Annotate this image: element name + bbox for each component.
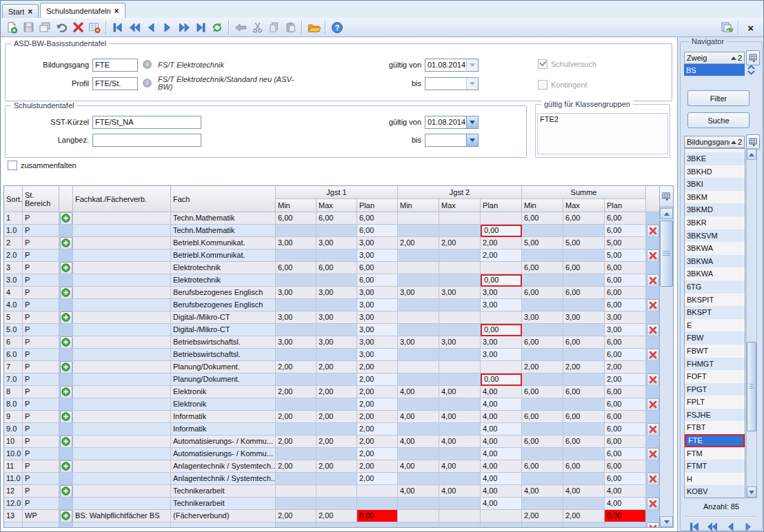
- folder-open-icon[interactable]: [306, 20, 321, 35]
- add-subrow-icon[interactable]: [60, 460, 72, 473]
- cell-delete[interactable]: [646, 324, 660, 336]
- cell-value[interactable]: 6,00: [563, 411, 605, 423]
- cell-value[interactable]: [316, 485, 357, 498]
- cell-value[interactable]: 6,00: [605, 448, 646, 460]
- delete-row-icon[interactable]: [647, 473, 659, 485]
- list-scrollbar-thumb[interactable]: [747, 342, 756, 431]
- cell-value[interactable]: 2,00: [522, 510, 563, 522]
- cell-value[interactable]: 3,00: [357, 237, 398, 249]
- scroll-up-button[interactable]: [660, 208, 673, 219]
- cell-value[interactable]: 6,00: [357, 225, 398, 237]
- cell-value[interactable]: [522, 249, 563, 262]
- profil-field[interactable]: FTE/St.: [92, 77, 138, 90]
- cell-value[interactable]: 2,00: [357, 423, 398, 436]
- cell-value[interactable]: [357, 485, 398, 498]
- cell-value[interactable]: 4,00: [398, 436, 439, 448]
- list-item[interactable]: 3BKE: [685, 152, 745, 165]
- cell-value[interactable]: 6,00: [563, 436, 605, 448]
- cell-value[interactable]: [439, 299, 481, 311]
- cell-value[interactable]: 3,00: [316, 237, 357, 249]
- cell-value[interactable]: 6,00: [316, 212, 357, 225]
- cell-value[interactable]: [522, 448, 563, 460]
- cell-value[interactable]: 3,00: [398, 336, 439, 349]
- cell-value[interactable]: 3,00: [605, 311, 646, 324]
- cell-value[interactable]: [439, 374, 481, 386]
- cell-value[interactable]: [439, 498, 481, 510]
- delete-row-icon[interactable]: [647, 522, 659, 528]
- cell-value[interactable]: 2,00: [357, 374, 398, 386]
- cell-add[interactable]: [59, 336, 73, 349]
- list-item[interactable]: 3BKI: [685, 178, 745, 191]
- cell-value[interactable]: [522, 225, 563, 237]
- cell-value[interactable]: 2,00: [316, 460, 357, 473]
- cell-value[interactable]: [398, 212, 439, 225]
- cell-value[interactable]: 2,00: [276, 386, 316, 398]
- add-subrow-icon[interactable]: [60, 287, 72, 299]
- sst-bis-combo[interactable]: [425, 134, 479, 147]
- cell-value[interactable]: 6,00: [563, 262, 605, 274]
- cell-value[interactable]: 2,00: [357, 411, 398, 423]
- cell-value[interactable]: 2,00: [439, 237, 481, 249]
- cell-value[interactable]: 6,00: [605, 262, 646, 274]
- filter-button[interactable]: Filter: [687, 90, 750, 106]
- cell-value[interactable]: [316, 249, 357, 262]
- cell-delete[interactable]: [646, 498, 660, 510]
- cut-icon[interactable]: [250, 20, 265, 35]
- cell-value[interactable]: 2,00: [357, 386, 398, 398]
- list-item[interactable]: BKSPT: [685, 306, 745, 319]
- list-item[interactable]: KOBV: [685, 485, 745, 498]
- cell-add[interactable]: [59, 485, 73, 498]
- cell-value[interactable]: 4,00: [522, 485, 563, 498]
- cell-value[interactable]: 2,00: [276, 510, 316, 522]
- cell-value[interactable]: 6,00: [605, 274, 646, 287]
- cell-value[interactable]: [398, 225, 439, 237]
- cell-value[interactable]: 2,00: [398, 237, 439, 249]
- cell-value[interactable]: [398, 510, 439, 522]
- cell-value[interactable]: 4,00: [605, 498, 646, 510]
- header-sub[interactable]: Max: [439, 199, 481, 212]
- cell-value[interactable]: [481, 262, 522, 274]
- delete-row-icon[interactable]: [647, 225, 659, 237]
- cell-value[interactable]: 6,00: [522, 386, 563, 398]
- delete-row-icon[interactable]: [647, 374, 659, 386]
- cell-value[interactable]: [276, 274, 316, 287]
- cell-value[interactable]: 2,00: [357, 448, 398, 460]
- header-fachkat[interactable]: Fachkat./Fächerverb.: [73, 186, 171, 212]
- nav-next-fast-icon[interactable]: [177, 20, 192, 35]
- header-sub[interactable]: Min: [276, 199, 316, 212]
- cell-value[interactable]: [439, 311, 481, 324]
- cell-value[interactable]: [522, 299, 563, 311]
- add-subrow-icon[interactable]: [60, 386, 72, 398]
- cell-value[interactable]: 3,00: [563, 311, 605, 324]
- cell-value[interactable]: 6,00: [605, 436, 646, 448]
- list-item[interactable]: H: [685, 473, 745, 486]
- cell-value[interactable]: 2,00: [357, 361, 398, 374]
- cell-value[interactable]: 6,00: [357, 262, 398, 274]
- cell-add[interactable]: [59, 311, 73, 324]
- cell-value[interactable]: 3,00: [481, 336, 522, 349]
- cell-value[interactable]: 2,00: [316, 436, 357, 448]
- header-group[interactable]: Jgst 1: [276, 186, 398, 199]
- cell-value[interactable]: [398, 473, 439, 485]
- cell-value[interactable]: 3,00: [316, 336, 357, 349]
- nav-first-icon[interactable]: [110, 20, 125, 35]
- cell-value[interactable]: [481, 361, 522, 374]
- cell-value[interactable]: [439, 324, 481, 336]
- bildungsgang-column-header[interactable]: Bildungsgang 2: [684, 136, 745, 148]
- scroll-down-button[interactable]: [660, 516, 673, 527]
- header-icon-col[interactable]: [59, 186, 73, 212]
- cell-value[interactable]: 5,00: [522, 237, 563, 249]
- cell-value[interactable]: [398, 249, 439, 262]
- cell-value[interactable]: 3,00: [357, 299, 398, 311]
- cell-add[interactable]: [59, 411, 73, 423]
- cell-value[interactable]: [316, 498, 357, 510]
- save-icon[interactable]: [21, 20, 36, 35]
- cell-value[interactable]: 6,00: [605, 299, 646, 311]
- nav-last-icon[interactable]: [193, 20, 208, 35]
- cell-value[interactable]: 2,00: [605, 374, 646, 386]
- cell-value[interactable]: 3,00: [439, 287, 481, 299]
- header-sub[interactable]: Plan: [357, 199, 398, 212]
- cell-value[interactable]: [316, 374, 357, 386]
- cell-value[interactable]: [563, 299, 605, 311]
- cell-value[interactable]: 4,00: [481, 423, 522, 436]
